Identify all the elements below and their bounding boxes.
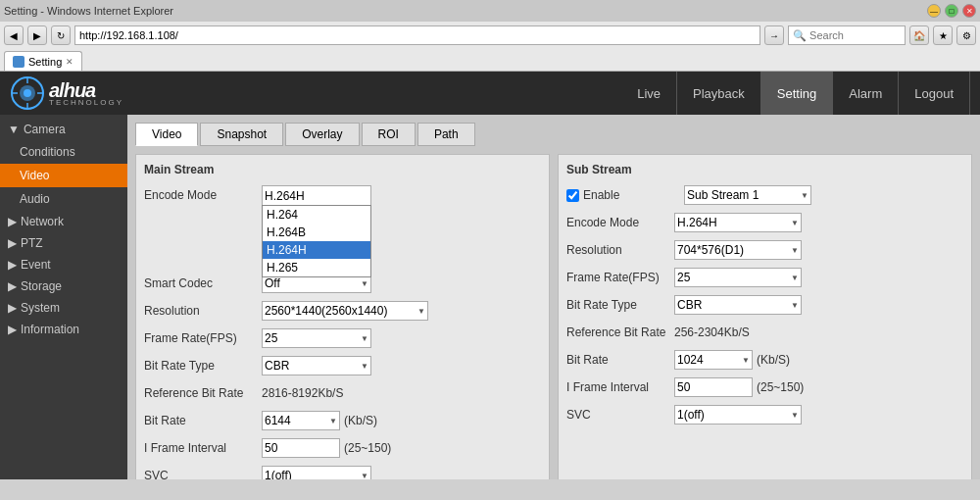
logo-text-wrapper: alhua TECHNOLOGY (49, 79, 123, 107)
sidebar-item-network[interactable]: ▶ Network (0, 211, 127, 232)
tab-path[interactable]: Path (417, 123, 475, 146)
browser-tab-bar: Setting ✕ (0, 49, 980, 71)
forward-button[interactable]: ▶ (27, 25, 47, 45)
network-arrow-icon: ▶ (8, 215, 17, 228)
main-content: Video Snapshot Overlay ROI Path Main Str… (127, 115, 980, 479)
sidebar-ptz-label: PTZ (21, 236, 43, 250)
stream-panels: Main Stream Encode Mode H.264 H.264B H.2… (135, 154, 972, 479)
refresh-button[interactable]: ↻ (51, 25, 71, 45)
sidebar-item-event[interactable]: ▶ Event (0, 254, 127, 275)
sub-resolution-row: Resolution 704*576(D1) (566, 239, 963, 261)
inner-tab-bar: Video Snapshot Overlay ROI Path (135, 123, 972, 146)
sub-resolution-select[interactable]: 704*576(D1) (674, 240, 802, 260)
maximize-button[interactable]: □ (945, 4, 958, 18)
iframe-input[interactable] (262, 438, 340, 458)
encode-mode-row: Encode Mode H.264 H.264B H.264H H.265 (144, 184, 541, 206)
header-nav: Live Playback Setting Alarm Logout (621, 72, 970, 115)
encode-mode-input[interactable] (262, 185, 371, 205)
nav-setting[interactable]: Setting (761, 72, 833, 115)
ref-bitrate-label: Reference Bit Rate (144, 386, 262, 400)
sidebar-event-label: Event (21, 258, 51, 272)
browser-tab[interactable]: Setting ✕ (4, 51, 82, 71)
sub-encode-mode-select[interactable]: H.264H (674, 213, 802, 232)
encode-mode-label: Encode Mode (144, 188, 262, 202)
sub-stream-title: Sub Stream (566, 163, 963, 176)
svc-select[interactable]: 1(off) (262, 466, 371, 479)
stream-select[interactable]: Sub Stream 1 (684, 185, 811, 205)
nav-logout[interactable]: Logout (899, 72, 970, 115)
close-button[interactable]: ✕ (962, 4, 976, 18)
sub-svc-select[interactable]: 1(off) (674, 405, 802, 425)
sidebar-item-system[interactable]: ▶ System (0, 297, 127, 319)
sidebar-item-camera[interactable]: ▼ Camera (0, 119, 127, 140)
bitrate-type-row: Bit Rate Type CBR (144, 355, 541, 376)
sub-svc-select-wrapper[interactable]: 1(off) (674, 405, 802, 425)
sub-framerate-select[interactable]: 25 (674, 268, 802, 287)
star-button[interactable]: ★ (933, 25, 953, 45)
tab-snapshot[interactable]: Snapshot (200, 123, 283, 146)
encode-mode-dropdown[interactable]: H.264 H.264B H.264H H.265 (262, 185, 371, 205)
encode-option-h264b[interactable]: H.264B (263, 224, 370, 241)
nav-live[interactable]: Live (621, 72, 677, 115)
iframe-label: I Frame Interval (144, 441, 262, 455)
bitrate-type-select-wrapper[interactable]: CBR (262, 356, 371, 375)
logo-sub-text: TECHNOLOGY (49, 98, 123, 107)
enable-label: Enable (583, 188, 619, 202)
sub-iframe-input[interactable] (674, 377, 753, 397)
enable-checkbox[interactable] (566, 189, 579, 202)
home-button[interactable]: 🏠 (909, 25, 929, 45)
sidebar-item-storage[interactable]: ▶ Storage (0, 275, 127, 297)
bitrate-select[interactable]: 6144 (262, 411, 340, 430)
svc-select-wrapper[interactable]: 1(off) (262, 466, 371, 479)
tab-overlay[interactable]: Overlay (285, 123, 359, 146)
browser-search[interactable] (788, 25, 906, 45)
sidebar-system-label: System (21, 301, 60, 315)
resolution-select-wrapper[interactable]: 2560*1440(2560x1440) (262, 301, 428, 321)
tools-button[interactable]: ⚙ (956, 25, 976, 45)
tab-roi[interactable]: ROI (362, 123, 416, 146)
framerate-select-wrapper[interactable]: 25 (262, 328, 371, 348)
sidebar-item-audio[interactable]: Audio (0, 187, 127, 211)
sub-bitrate-type-select[interactable]: CBR (674, 295, 802, 315)
sidebar-item-information[interactable]: ▶ Information (0, 319, 127, 340)
tab-video[interactable]: Video (135, 123, 198, 146)
bitrate-select-wrapper[interactable]: 6144 (262, 411, 340, 430)
nav-playback[interactable]: Playback (677, 72, 761, 115)
go-button[interactable]: → (764, 25, 784, 45)
camera-arrow-icon: ▼ (8, 123, 20, 136)
sub-encode-mode-row: Encode Mode H.264H (566, 212, 963, 233)
tab-close-button[interactable]: ✕ (66, 57, 74, 67)
sub-ref-bitrate-label: Reference Bit Rate (566, 325, 674, 339)
sub-stream-panel: Sub Stream Enable Sub Stream 1 (558, 154, 972, 479)
event-arrow-icon: ▶ (8, 258, 17, 272)
address-bar[interactable] (74, 25, 760, 45)
bitrate-suffix: (Kb/S) (344, 414, 377, 427)
stream-select-wrapper[interactable]: Sub Stream 1 (684, 185, 811, 205)
sidebar-info-label: Information (21, 323, 79, 336)
sub-bitrate-type-select-wrapper[interactable]: CBR (674, 295, 802, 315)
info-arrow-icon: ▶ (8, 323, 17, 336)
sub-bitrate-row: Bit Rate 1024 (Kb/S) (566, 349, 963, 371)
sub-resolution-select-wrapper[interactable]: 704*576(D1) (674, 240, 802, 260)
encode-option-h264h[interactable]: H.264H (263, 241, 370, 259)
app-header: alhua TECHNOLOGY Live Playback Setting A… (0, 72, 980, 115)
sidebar-item-conditions[interactable]: Conditions (0, 140, 127, 164)
bitrate-type-select[interactable]: CBR (262, 356, 371, 375)
resolution-select[interactable]: 2560*1440(2560x1440) (262, 301, 428, 321)
bitrate-type-label: Bit Rate Type (144, 359, 262, 373)
nav-alarm[interactable]: Alarm (833, 72, 899, 115)
sidebar-item-video[interactable]: Video (0, 164, 127, 187)
sub-framerate-select-wrapper[interactable]: 25 (674, 268, 802, 287)
framerate-select[interactable]: 25 (262, 328, 371, 348)
sub-bitrate-select[interactable]: 1024 (674, 350, 753, 370)
encode-option-h264[interactable]: H.264 (263, 206, 370, 224)
svc-row: SVC 1(off) (144, 465, 541, 479)
sidebar-item-ptz[interactable]: ▶ PTZ (0, 232, 127, 254)
svc-label: SVC (144, 469, 262, 479)
back-button[interactable]: ◀ (4, 25, 24, 45)
minimize-button[interactable]: — (927, 4, 941, 18)
sub-bitrate-select-wrapper[interactable]: 1024 (674, 350, 753, 370)
encode-option-h265[interactable]: H.265 (263, 259, 370, 276)
sub-encode-mode-select-wrapper[interactable]: H.264H (674, 213, 802, 232)
sub-iframe-label: I Frame Interval (566, 380, 674, 394)
